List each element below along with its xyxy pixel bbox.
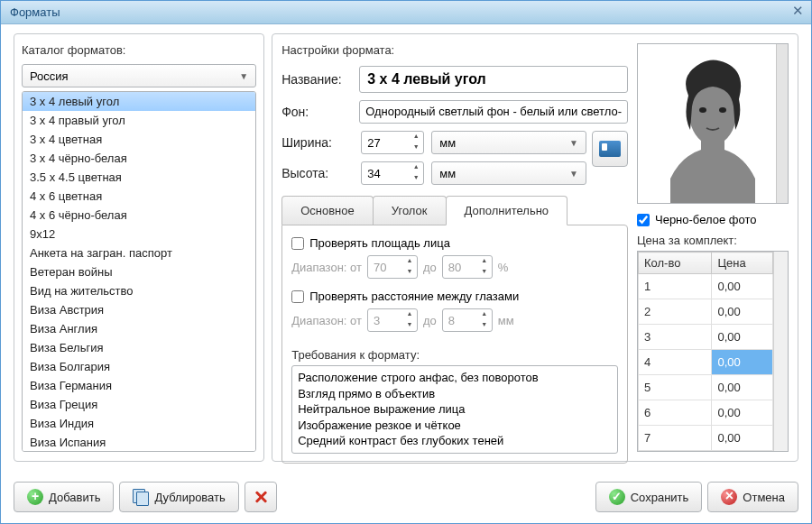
format-item[interactable]: 3 x 4 цветная <box>23 130 255 149</box>
duplicate-button[interactable]: Дублировать <box>119 482 238 512</box>
eye-distance-label: Проверять расстояние между глазами <box>309 290 519 303</box>
format-item[interactable]: 3.5 x 4.5 цветная <box>23 168 255 187</box>
eye-distance-range: Диапазон: от 3▲▼ до 8▲▼ мм <box>291 308 618 332</box>
price-row[interactable]: 50,00 <box>639 375 773 400</box>
format-item[interactable]: Виза Индия <box>23 414 255 433</box>
portrait-placeholder <box>645 43 780 204</box>
id-card-icon <box>599 141 621 157</box>
format-item[interactable]: 3 x 4 чёрно-белая <box>23 149 255 168</box>
face-area-label: Проверять площадь лица <box>309 236 450 250</box>
requirements-textarea[interactable]: Расположение строго анфас, без поворотов… <box>291 365 618 454</box>
add-icon <box>27 489 43 505</box>
name-label: Название: <box>281 72 354 87</box>
tab-main[interactable]: Основное <box>281 196 374 225</box>
format-item[interactable]: 4 x 6 чёрно-белая <box>23 206 255 225</box>
settings-left: Настройки формата: Название: Фон: Одноро… <box>281 43 628 452</box>
add-button[interactable]: Добавить <box>14 482 114 512</box>
price-row[interactable]: 30,00 <box>639 325 773 350</box>
tab-corner[interactable]: Уголок <box>373 196 447 225</box>
height-unit-select[interactable]: мм ▼ <box>431 161 586 185</box>
format-item[interactable]: 9х12 <box>23 225 255 244</box>
dialog-content: Каталог форматов: Россия ▼ 3 x 4 левый у… <box>1 24 811 473</box>
width-input[interactable]: 27 ▲▼ <box>361 131 424 154</box>
requirements-label: Требования к формату: <box>291 348 618 362</box>
height-label: Высота: <box>281 166 354 180</box>
save-button[interactable]: Сохранить <box>595 482 703 512</box>
col-price[interactable]: Цена <box>712 253 773 274</box>
price-scrollbar[interactable] <box>773 252 788 451</box>
country-select[interactable]: Россия ▼ <box>22 64 256 87</box>
width-unit-select[interactable]: мм ▼ <box>431 131 586 154</box>
settings-panel: Настройки формата: Название: Фон: Одноро… <box>272 33 798 462</box>
format-item[interactable]: Виза Англия <box>23 319 255 338</box>
face-area-checkbox[interactable] <box>291 237 304 250</box>
format-item[interactable]: Анкета на загран. паспорт <box>23 244 255 262</box>
width-spinner-buttons[interactable]: ▲▼ <box>409 132 423 153</box>
footer: Добавить Дублировать Сохранить Отмена <box>14 482 798 512</box>
price-label: Цена за комплект: <box>637 234 789 247</box>
eye-from-input[interactable]: 3▲▼ <box>367 308 418 332</box>
photo-preview <box>637 43 789 204</box>
chevron-down-icon: ▼ <box>239 71 248 81</box>
name-input[interactable] <box>359 66 628 93</box>
price-table[interactable]: Кол-во Цена 10,0020,0030,0040,0050,0060,… <box>637 251 789 452</box>
cancel-icon <box>721 489 737 505</box>
price-row[interactable]: 40,00 <box>639 350 773 375</box>
svg-point-1 <box>699 107 706 113</box>
formats-dialog: Форматы ✕ Каталог форматов: Россия ▼ 3 x… <box>0 0 812 524</box>
catalog-label: Каталог форматов: <box>22 43 256 57</box>
price-row[interactable]: 10,00 <box>639 274 773 299</box>
svg-point-2 <box>719 107 726 113</box>
bw-checkbox[interactable] <box>637 214 650 226</box>
chevron-down-icon: ▼ <box>569 169 578 179</box>
settings-right: Черно-белое фото Цена за комплект: Кол-в… <box>637 43 789 452</box>
format-list[interactable]: 3 x 4 левый угол3 x 4 правый угол3 x 4 ц… <box>22 91 256 452</box>
format-item[interactable]: Виза Германия <box>23 376 255 395</box>
height-input[interactable]: 34 ▲▼ <box>361 161 424 185</box>
price-row[interactable]: 60,00 <box>639 400 773 426</box>
window-title: Форматы <box>10 5 789 19</box>
settings-label: Настройки формата: <box>281 43 628 57</box>
duplicate-icon <box>133 489 149 505</box>
format-item[interactable]: Виза Болгария <box>23 357 255 376</box>
price-row[interactable]: 70,00 <box>639 426 773 451</box>
catalog-panel: Каталог форматов: Россия ▼ 3 x 4 левый у… <box>14 33 264 462</box>
format-item[interactable]: Вид на жительство <box>23 281 255 300</box>
eye-distance-checkbox[interactable] <box>291 290 304 303</box>
col-qty[interactable]: Кол-во <box>639 253 712 274</box>
face-from-input[interactable]: 70▲▼ <box>367 255 418 279</box>
format-item[interactable]: 4 x 6 цветная <box>23 187 255 206</box>
eye-to-input[interactable]: 8▲▼ <box>442 308 493 332</box>
bw-label: Черно-белое фото <box>655 213 756 226</box>
bg-input[interactable]: Однородный светлый фон - белый или светл… <box>359 100 628 124</box>
delete-icon <box>253 489 269 505</box>
format-item[interactable]: Виза Австрия <box>23 300 255 319</box>
tabs-header: Основное Уголок Дополнительно <box>281 196 628 225</box>
format-item[interactable]: Виза Греция <box>23 395 255 414</box>
close-icon[interactable]: ✕ <box>789 5 806 21</box>
check-icon <box>609 489 625 505</box>
format-item[interactable]: 3 x 4 правый угол <box>23 111 255 130</box>
format-item[interactable]: Виза Испания <box>23 433 255 452</box>
cancel-button[interactable]: Отмена <box>707 482 798 512</box>
bg-label: Фон: <box>281 105 354 119</box>
height-spinner-buttons[interactable]: ▲▼ <box>409 162 423 184</box>
format-item[interactable]: Виза Бельгия <box>23 338 255 357</box>
tab-extra[interactable]: Дополнительно <box>446 196 568 225</box>
width-label: Ширина: <box>281 135 354 150</box>
tab-content-extra: Проверять площадь лица Диапазон: от 70▲▼… <box>281 225 628 464</box>
face-area-range: Диапазон: от 70▲▼ до 80▲▼ % <box>291 255 618 279</box>
face-to-input[interactable]: 80▲▼ <box>442 255 493 279</box>
chevron-down-icon: ▼ <box>569 138 578 148</box>
tabs-container: Основное Уголок Дополнительно Проверять … <box>281 196 628 464</box>
price-row[interactable]: 20,00 <box>639 299 773 325</box>
format-item[interactable]: Ветеран войны <box>23 262 255 281</box>
format-item[interactable]: 3 x 4 левый угол <box>23 92 255 111</box>
titlebar: Форматы ✕ <box>1 1 811 24</box>
delete-button[interactable] <box>245 482 277 512</box>
country-value: Россия <box>30 69 69 83</box>
id-card-button[interactable] <box>592 131 628 167</box>
